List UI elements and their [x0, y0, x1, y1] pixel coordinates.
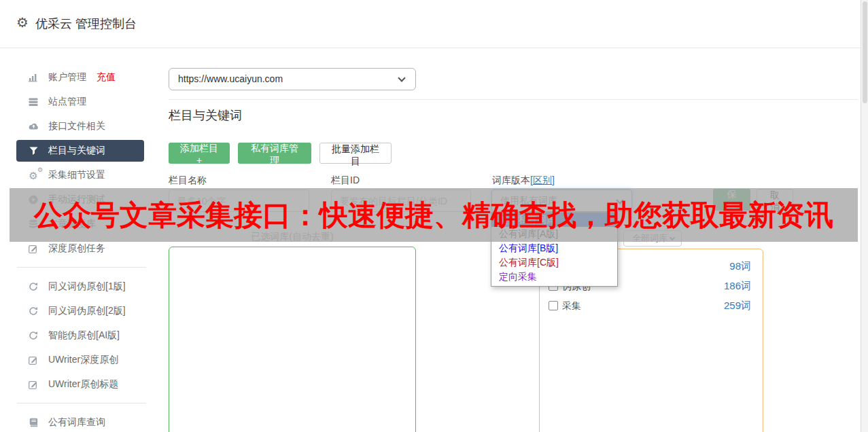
- sidebar-item-interface-files[interactable]: 接口文件相关: [0, 114, 163, 139]
- selected-lexicon-box: [169, 247, 416, 432]
- edit-icon: [27, 243, 39, 254]
- sidebar-item-label: 智能伪原创[AI版]: [48, 329, 120, 342]
- lexicon-row-count: 98词: [683, 260, 751, 273]
- difference-link[interactable]: [区别]: [530, 175, 555, 185]
- collect-count: 259词: [683, 300, 751, 312]
- sidebar-divider: [17, 403, 146, 403]
- collect-label: 采集: [562, 300, 581, 312]
- sidebar-divider: [17, 267, 146, 268]
- dropdown-option-public-c[interactable]: 公有词库[C版]: [491, 255, 617, 270]
- book-icon: [27, 417, 39, 428]
- sidebar-item-ai-pseudo[interactable]: 智能伪原创[AI版]: [0, 323, 163, 348]
- pseudo-original-count: 186词: [683, 280, 751, 293]
- sidebar-item-account[interactable]: 账户管理 充值: [0, 65, 163, 90]
- private-lexicon-button[interactable]: 私有词库管理: [238, 143, 311, 164]
- bar-chart-icon: [27, 72, 39, 83]
- sidebar-item-label: UWriter原创标题: [48, 378, 118, 391]
- sidebar-item-uwriter-deep[interactable]: UWriter深度原创: [0, 348, 163, 372]
- column-id-label: 栏目ID: [331, 175, 360, 187]
- server-icon: [27, 96, 39, 107]
- filter-icon: [27, 145, 39, 156]
- gears-icon: ⚙⚙: [27, 170, 39, 181]
- lexicon-version-label: 词库版本[区别]: [492, 175, 555, 187]
- cloud-upload-icon: [27, 121, 39, 132]
- promo-banner-text: 公众号文章采集接口：快速便捷、精确查找，助您获取最新资讯: [34, 196, 833, 234]
- dropdown-option-public-b[interactable]: 公有词库[B版]: [491, 241, 617, 255]
- sidebar-item-label: 接口文件相关: [48, 120, 105, 132]
- sidebar-item-uwriter-title[interactable]: UWriter原创标题: [0, 372, 163, 397]
- site-select-value: https://www.ucaiyun.com: [178, 73, 283, 84]
- app-title: 优采云 管理控制台: [35, 16, 137, 32]
- sidebar-item-columns-keywords[interactable]: 栏目与关键词: [16, 140, 144, 162]
- refresh-icon: [27, 306, 39, 317]
- sidebar-item-label: 账户管理: [48, 71, 86, 84]
- promo-banner-overlay: 公众号文章采集接口：快速便捷、精确查找，助您获取最新资讯: [10, 188, 858, 242]
- sidebar-item-sites[interactable]: 站点管理: [0, 90, 163, 114]
- sidebar-item-label: 深度原创任务: [48, 242, 105, 255]
- page-title: 栏目与关键词: [169, 107, 242, 124]
- app-header: ⚙ 优采云 管理控制台: [0, 0, 868, 48]
- sidebar-item-public-lexicon[interactable]: 公有词库查询: [0, 410, 163, 432]
- edit-icon: [27, 379, 39, 390]
- sidebar-item-label: UWriter深度原创: [48, 354, 118, 366]
- sidebar-item-label: 公有词库查询: [48, 416, 105, 429]
- chevron-down-icon: [398, 74, 405, 82]
- sidebar-item-collect-settings[interactable]: ⚙⚙ 采集细节设置: [0, 163, 163, 187]
- refresh-icon: [27, 330, 39, 341]
- site-select[interactable]: https://www.ucaiyun.com: [169, 68, 416, 90]
- sidebar-item-synonym-v1[interactable]: 同义词伪原创[1版]: [0, 274, 163, 299]
- sidebar-item-label: 同义词伪原创[2版]: [48, 305, 126, 317]
- add-column-button[interactable]: 添加栏目 +: [169, 143, 230, 164]
- column-name-label: 栏目名称: [169, 175, 207, 187]
- scrollbar-thumb[interactable]: [863, 1, 867, 103]
- scrollbar[interactable]: [861, 0, 868, 432]
- sidebar-item-label: 站点管理: [48, 96, 86, 108]
- sidebar-item-label: 同义词伪原创[1版]: [48, 281, 126, 293]
- edit-icon: [27, 355, 39, 365]
- dropdown-option-directed[interactable]: 定向采集: [491, 270, 617, 284]
- section-divider: [169, 99, 858, 100]
- sidebar-item-label: 栏目与关键词: [48, 145, 105, 157]
- sidebar-item-synonym-v2[interactable]: 同义词伪原创[2版]: [0, 299, 163, 323]
- recharge-badge[interactable]: 充值: [97, 71, 116, 84]
- gear-icon: ⚙: [16, 14, 29, 31]
- batch-add-button[interactable]: 批量添加栏目: [319, 143, 392, 164]
- sidebar-item-label: 采集细节设置: [48, 169, 105, 181]
- refresh-icon: [27, 281, 39, 292]
- collect-checkbox[interactable]: [549, 301, 558, 310]
